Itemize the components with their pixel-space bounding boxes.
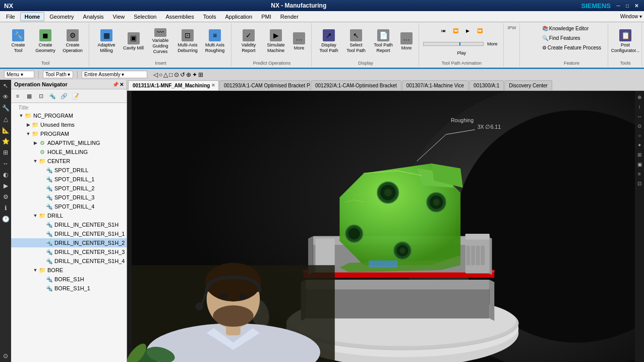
tree-item-hole-milling[interactable]: ▶ ⚙ HOLE_MILLING <box>11 147 127 157</box>
close-button[interactable]: ✕ <box>633 2 640 9</box>
nav-tool-1[interactable]: ≡ <box>12 90 23 101</box>
tree-item-drill-s1h-4[interactable]: ▶ 🔩 DRILL_IN_CENTER_S1H_4 <box>11 256 127 266</box>
right-icon-3[interactable]: ↔ <box>635 112 643 120</box>
tool-path-dropdown[interactable]: Tool Path ▾ <box>43 71 73 78</box>
left-icon-features[interactable]: ⭐ <box>1 136 11 146</box>
create-geometry-button[interactable]: ◼ Create Geometry <box>32 28 58 55</box>
tree-item-adaptive-milling[interactable]: ▶ ⚙ ADAPTIVE_MILLING <box>11 138 127 147</box>
rewind-button[interactable]: ⏮ <box>438 24 449 37</box>
viewport-3d[interactable]: 3X ∅6.11 Roughing <box>127 91 644 362</box>
validity-report-button[interactable]: ✓ Validity Report <box>236 28 262 55</box>
menu-view[interactable]: View <box>109 13 129 21</box>
left-icon-tools[interactable]: 🔧 <box>1 103 11 113</box>
toolbar-icon-6[interactable]: ↺ <box>180 71 185 78</box>
menu-geometry[interactable]: Geometry <box>45 13 78 21</box>
unused-toggle[interactable]: ▶ <box>25 122 31 128</box>
viewport-tab-0-close[interactable]: ✕ <box>211 83 215 88</box>
toolbar-icon-7[interactable]: ⊕ <box>186 71 191 78</box>
play-button[interactable]: ▶ <box>462 24 473 37</box>
step-fwd-button[interactable]: ⏩ <box>474 24 485 37</box>
tree-item-bore-s1h-1[interactable]: ▶ 🔩 BORE_S1H_1 <box>11 284 127 293</box>
step-back-button[interactable]: ⏪ <box>450 24 461 37</box>
viewport-tab-3[interactable]: 001307/A:1-Machine Vice <box>402 80 469 90</box>
right-icon-9[interactable]: ≡ <box>635 170 643 178</box>
nav-tool-5[interactable]: 🔗 <box>58 90 70 101</box>
center-toggle[interactable]: ▼ <box>32 158 38 164</box>
animation-slider[interactable] <box>423 42 484 46</box>
left-icon-settings[interactable]: ⚙ <box>1 192 11 202</box>
menu-render[interactable]: Render <box>276 13 303 21</box>
viewport-tab-2[interactable]: 001292/A:1-CAM-Optimised Bracket <box>311 80 401 90</box>
display-tool-path-button[interactable]: ↗ Display Tool Path <box>316 28 342 55</box>
knowledge-editor-button[interactable]: 📚 Knowledge Editor <box>539 24 592 33</box>
menu-pmi[interactable]: PMI <box>257 13 275 21</box>
tree-item-drill-s1h-3[interactable]: ▶ 🔩 DRILL_IN_CENTER_S1H_3 <box>11 247 127 256</box>
more-display-button[interactable]: … More <box>397 28 416 55</box>
tree-item-spot-drill-1[interactable]: ▶ 🔩 SPOT_DRILL_1 <box>11 175 127 184</box>
select-tool-path-button[interactable]: ↖ Select Tool Path <box>343 28 369 55</box>
tree-item-bore[interactable]: ▼ 📁 BORE <box>11 266 127 275</box>
nc-program-toggle[interactable]: ▼ <box>18 113 24 119</box>
left-icon-selection[interactable]: ↖ <box>1 81 11 91</box>
menu-assemblies[interactable]: Assemblies <box>161 13 198 21</box>
adaptive-milling-toggle[interactable]: ▶ <box>32 140 38 146</box>
left-icon-dimensions[interactable]: ↔ <box>1 159 11 169</box>
right-icon-10[interactable]: ⊡ <box>635 179 643 187</box>
viewport-tab-5[interactable]: Discovery Center <box>504 80 552 90</box>
tree-item-spot-drill[interactable]: ▶ 🔩 SPOT_DRILL <box>11 166 127 175</box>
left-icon-info[interactable]: ℹ <box>1 203 11 213</box>
toolbar-icon-1[interactable]: ◁ <box>153 71 158 78</box>
menu-file[interactable]: File <box>2 13 19 21</box>
right-icon-2[interactable]: ↕ <box>635 102 643 111</box>
tree-item-bore-s1h[interactable]: ▶ 🔩 BORE_S1H <box>11 275 127 284</box>
right-icon-4[interactable]: ⊙ <box>635 122 643 130</box>
tree-item-spot-drill-4[interactable]: ▶ 🔩 SPOT_DRILL_4 <box>11 202 127 211</box>
nav-tool-2[interactable]: ▦ <box>24 90 35 101</box>
left-icon-history[interactable]: 🕐 <box>1 214 11 224</box>
tree-item-drill[interactable]: ▼ 📁 DRILL <box>11 211 127 220</box>
simulate-machine-button[interactable]: ▶ Simulate Machine <box>263 28 289 55</box>
nav-tool-6[interactable]: 📝 <box>70 90 81 101</box>
toolbar-icon-2[interactable]: ○ <box>159 71 162 78</box>
variable-guiding-button[interactable]: 〰 Variable Guiding Curves <box>147 28 173 55</box>
right-icon-5[interactable]: ○ <box>635 131 643 139</box>
bore-toggle[interactable]: ▼ <box>32 267 38 273</box>
create-tool-button[interactable]: 🔧 Create Tool <box>5 28 31 55</box>
tree-item-drill-s1h-2[interactable]: ▶ 🔩 DRILL_IN_CENTER_S1H_2 <box>11 238 127 247</box>
left-icon-bottom[interactable]: ⊙ <box>1 351 11 361</box>
find-features-button[interactable]: 🔍 Find Features <box>539 34 584 42</box>
viewport-tab-4[interactable]: 001300/A:1 <box>469 80 504 90</box>
toolbar-icon-3[interactable]: △ <box>163 71 168 78</box>
viewport-tab-1[interactable]: 001293/A:1-CAM Optimised Bracket PMI <box>219 80 310 90</box>
left-icon-analysis[interactable]: 📐 <box>1 125 11 135</box>
viewport-tab-0[interactable]: 001311/A:1-MNF_AM_Machining ✕ <box>128 80 219 90</box>
assembly-dropdown[interactable]: Entire Assembly ▾ <box>82 71 147 78</box>
tool-path-report-button[interactable]: 📄 Tool Path Report <box>370 28 396 55</box>
tree-item-unused[interactable]: ▶ 📁 Unused Items <box>11 120 127 129</box>
nav-pin-button[interactable]: 📌 <box>112 82 119 87</box>
tree-item-spot-drill-2[interactable]: ▶ 🔩 SPOT_DRILL_2 <box>11 184 127 193</box>
more-predict-button[interactable]: … More <box>290 28 308 55</box>
create-feature-process-button[interactable]: ⚙ Create Feature Process <box>539 43 605 52</box>
right-icon-8[interactable]: ▣ <box>635 160 643 168</box>
tree-item-program[interactable]: ▼ 📁 PROGRAM <box>11 129 127 138</box>
multi-axis-deburring-button[interactable]: ⊡ Multi-Axis Deburring <box>174 28 201 55</box>
cavity-mill-button[interactable]: ▣ Cavity Mill <box>121 28 146 55</box>
left-icon-assemblies[interactable]: ⊞ <box>1 147 11 158</box>
adaptive-milling-button[interactable]: ▦ Adaptive Milling <box>93 28 120 55</box>
menu-dropdown[interactable]: Menu ▾ <box>4 71 34 78</box>
program-toggle[interactable]: ▼ <box>25 131 31 137</box>
nav-tool-3[interactable]: ⊡ <box>35 90 46 101</box>
tree-item-drill-s1h-1[interactable]: ▶ 🔩 DRILL_IN_CENTER_S1H_1 <box>11 229 127 238</box>
tree-item-spot-drill-3[interactable]: ▶ 🔩 SPOT_DRILL_3 <box>11 193 127 202</box>
left-icon-render[interactable]: ◐ <box>1 170 11 180</box>
toolbar-icon-8[interactable]: ✦ <box>192 71 197 78</box>
menu-selection[interactable]: Selection <box>130 13 160 21</box>
create-operation-button[interactable]: ⚙ Create Operation <box>60 28 86 55</box>
left-icon-view[interactable]: 👁 <box>1 92 11 102</box>
drill-toggle[interactable]: ▼ <box>32 213 38 219</box>
minimize-button[interactable]: ─ <box>615 2 622 9</box>
restore-button[interactable]: □ <box>624 2 631 9</box>
right-icon-7[interactable]: ⊞ <box>635 150 643 159</box>
post-configurator-button[interactable]: 📋 Post Configurator... <box>612 28 638 55</box>
